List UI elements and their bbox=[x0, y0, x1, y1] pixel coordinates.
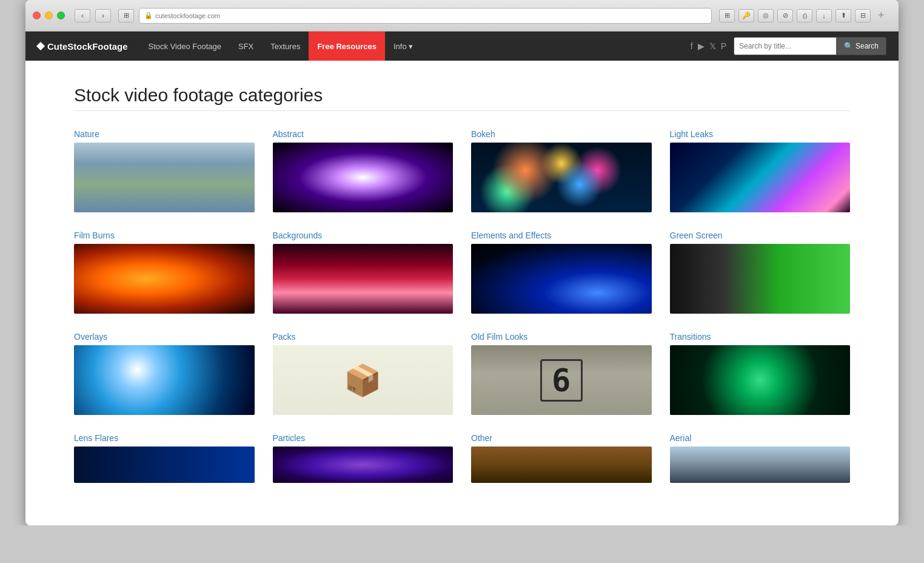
keychain-icon[interactable]: 🔑 bbox=[738, 9, 754, 22]
category-label-old-film[interactable]: Old Film Looks bbox=[471, 332, 652, 342]
category-label-green-screen[interactable]: Green Screen bbox=[670, 231, 851, 240]
category-label-elements[interactable]: Elements and Effects bbox=[471, 231, 652, 240]
browser-titlebar: ‹ › ⊞ 🔒 cutestockfootage.com ⊞ 🔑 ◎ ⊘ ⎙ ↓… bbox=[25, 0, 899, 32]
category-label-light-leaks[interactable]: Light Leaks bbox=[670, 129, 851, 139]
tab-view-button[interactable]: ⊞ bbox=[118, 9, 134, 22]
category-item-nature: Nature bbox=[74, 129, 255, 212]
category-label-abstract[interactable]: Abstract bbox=[273, 129, 454, 139]
category-thumb-other[interactable] bbox=[471, 447, 652, 483]
category-item-transitions: Transitions bbox=[670, 332, 851, 415]
forward-button[interactable]: › bbox=[95, 9, 111, 22]
category-item-film-burns: Film Burns bbox=[74, 231, 255, 314]
category-item-particles: Particles bbox=[273, 433, 454, 483]
category-item-bokeh: Bokeh bbox=[471, 129, 652, 212]
title-divider bbox=[74, 110, 850, 111]
share-icon[interactable]: ⬆ bbox=[835, 9, 851, 22]
category-thumb-elements[interactable] bbox=[471, 244, 652, 314]
address-bar[interactable]: 🔒 cutestockfootage.com bbox=[139, 8, 712, 24]
twitter-icon[interactable]: 𝕏 bbox=[709, 41, 716, 51]
browser-window: ‹ › ⊞ 🔒 cutestockfootage.com ⊞ 🔑 ◎ ⊘ ⎙ ↓… bbox=[25, 0, 899, 525]
category-item-elements: Elements and Effects bbox=[471, 231, 652, 314]
search-button-label: Search bbox=[855, 42, 879, 50]
nav-textures[interactable]: Textures bbox=[262, 32, 309, 61]
minimize-button[interactable] bbox=[45, 12, 53, 19]
pinterest-icon[interactable]: P bbox=[721, 41, 726, 51]
category-thumb-overlays[interactable] bbox=[74, 345, 255, 415]
nav-social: f ▶ 𝕏 P bbox=[691, 41, 726, 51]
category-thumb-light-leaks[interactable] bbox=[670, 143, 851, 212]
close-button[interactable] bbox=[33, 12, 41, 19]
category-label-film-burns[interactable]: Film Burns bbox=[74, 231, 255, 240]
category-thumb-green-screen[interactable] bbox=[670, 244, 851, 314]
nav-info[interactable]: Info ▾ bbox=[385, 32, 421, 61]
logo-diamond-icon bbox=[36, 42, 45, 50]
category-thumb-abstract[interactable] bbox=[273, 143, 454, 212]
nav-links: Stock Video Footage SFX Textures Free Re… bbox=[140, 32, 691, 61]
category-label-bokeh[interactable]: Bokeh bbox=[471, 129, 652, 139]
search-input[interactable] bbox=[734, 37, 837, 55]
category-label-lens-flares[interactable]: Lens Flares bbox=[74, 433, 255, 443]
category-item-green-screen: Green Screen bbox=[670, 231, 851, 314]
category-thumb-old-film[interactable]: 6 bbox=[471, 345, 652, 415]
category-item-old-film: Old Film Looks 6 bbox=[471, 332, 652, 415]
search-form: 🔍 Search bbox=[734, 37, 886, 55]
site-nav: CuteStockFootage Stock Video Footage SFX… bbox=[25, 32, 899, 61]
adblock-icon[interactable]: ⊘ bbox=[777, 9, 793, 22]
search-icon: 🔍 bbox=[844, 42, 853, 50]
category-item-lens-flares: Lens Flares bbox=[74, 433, 255, 483]
category-label-overlays[interactable]: Overlays bbox=[74, 332, 255, 342]
rss-icon[interactable]: ⊞ bbox=[719, 9, 735, 22]
category-label-packs[interactable]: Packs bbox=[273, 332, 454, 342]
category-thumb-backgrounds[interactable] bbox=[273, 244, 454, 314]
category-thumb-aerial[interactable] bbox=[670, 447, 851, 483]
category-label-particles[interactable]: Particles bbox=[273, 433, 454, 443]
category-label-backgrounds[interactable]: Backgrounds bbox=[273, 231, 454, 240]
category-label-nature[interactable]: Nature bbox=[74, 129, 255, 139]
oldfilm-number-icon: 6 bbox=[540, 359, 583, 402]
youtube-icon[interactable]: ▶ bbox=[698, 41, 705, 51]
category-thumb-bokeh[interactable] bbox=[471, 143, 652, 212]
category-thumb-nature[interactable] bbox=[74, 143, 255, 212]
window-icon[interactable]: ⊟ bbox=[855, 9, 871, 22]
new-tab-button[interactable]: + bbox=[878, 9, 891, 22]
category-thumb-packs[interactable]: 📦 bbox=[273, 345, 454, 415]
category-item-abstract: Abstract bbox=[273, 129, 454, 212]
site-logo[interactable]: CuteStockFootage bbox=[38, 41, 128, 52]
category-item-packs: Packs 📦 bbox=[273, 332, 454, 415]
categories-grid: Nature Abstract Bokeh Light Leaks Film B… bbox=[74, 129, 850, 501]
maximize-button[interactable] bbox=[57, 12, 65, 19]
category-item-light-leaks: Light Leaks bbox=[670, 129, 851, 212]
pocket-icon[interactable]: ◎ bbox=[758, 9, 774, 22]
url-text: cutestockfootage.com bbox=[155, 12, 220, 19]
category-item-overlays: Overlays bbox=[74, 332, 255, 415]
category-thumb-lens-flares[interactable] bbox=[74, 447, 255, 483]
nav-free-resources[interactable]: Free Resources bbox=[309, 32, 385, 61]
facebook-icon[interactable]: f bbox=[691, 41, 693, 51]
back-button[interactable]: ‹ bbox=[75, 9, 90, 22]
category-label-aerial[interactable]: Aerial bbox=[670, 433, 851, 443]
nav-stock-video[interactable]: Stock Video Footage bbox=[140, 32, 230, 61]
category-thumb-transitions[interactable] bbox=[670, 345, 851, 415]
download-icon[interactable]: ↓ bbox=[816, 9, 832, 22]
traffic-lights bbox=[33, 12, 65, 19]
category-thumb-film-burns[interactable] bbox=[74, 244, 255, 314]
category-item-aerial: Aerial bbox=[670, 433, 851, 483]
category-item-backgrounds: Backgrounds bbox=[273, 231, 454, 314]
lock-icon: 🔒 bbox=[144, 12, 153, 19]
category-label-other[interactable]: Other bbox=[471, 433, 652, 443]
category-thumb-particles[interactable] bbox=[273, 447, 454, 483]
page-title: Stock video footage categories bbox=[74, 85, 850, 106]
category-label-transitions[interactable]: Transitions bbox=[670, 332, 851, 342]
toolbar-icons: ⊞ 🔑 ◎ ⊘ ⎙ ↓ ⬆ ⊟ bbox=[719, 9, 871, 22]
search-button[interactable]: 🔍 Search bbox=[837, 37, 886, 55]
category-item-other: Other bbox=[471, 433, 652, 483]
packs-box-icon: 📦 bbox=[344, 365, 381, 396]
page-content: Stock video footage categories Nature Ab… bbox=[25, 61, 899, 525]
logo-text: CuteStockFootage bbox=[47, 41, 128, 52]
print-icon[interactable]: ⎙ bbox=[797, 9, 812, 22]
nav-sfx[interactable]: SFX bbox=[230, 32, 262, 61]
